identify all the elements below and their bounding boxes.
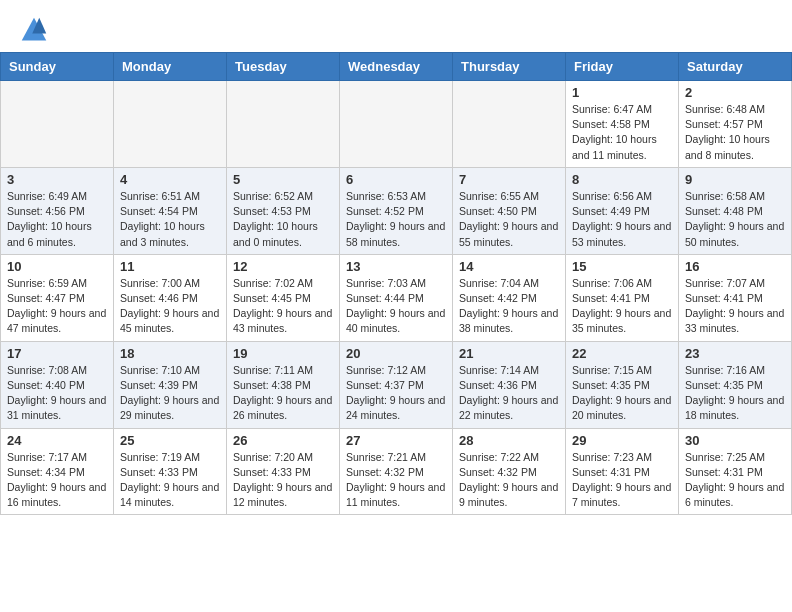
calendar-cell: 30Sunrise: 7:25 AM Sunset: 4:31 PM Dayli… (679, 428, 792, 515)
day-number: 11 (120, 259, 220, 274)
calendar-cell (1, 81, 114, 168)
day-info: Sunrise: 6:53 AM Sunset: 4:52 PM Dayligh… (346, 189, 446, 250)
day-number: 18 (120, 346, 220, 361)
day-number: 8 (572, 172, 672, 187)
calendar-cell: 5Sunrise: 6:52 AM Sunset: 4:53 PM Daylig… (227, 167, 340, 254)
day-number: 4 (120, 172, 220, 187)
day-info: Sunrise: 7:16 AM Sunset: 4:35 PM Dayligh… (685, 363, 785, 424)
day-info: Sunrise: 6:48 AM Sunset: 4:57 PM Dayligh… (685, 102, 785, 163)
day-info: Sunrise: 6:55 AM Sunset: 4:50 PM Dayligh… (459, 189, 559, 250)
page-container: SundayMondayTuesdayWednesdayThursdayFrid… (0, 0, 792, 515)
calendar: SundayMondayTuesdayWednesdayThursdayFrid… (0, 52, 792, 515)
day-number: 23 (685, 346, 785, 361)
day-info: Sunrise: 7:25 AM Sunset: 4:31 PM Dayligh… (685, 450, 785, 511)
day-info: Sunrise: 7:10 AM Sunset: 4:39 PM Dayligh… (120, 363, 220, 424)
day-info: Sunrise: 7:19 AM Sunset: 4:33 PM Dayligh… (120, 450, 220, 511)
calendar-cell: 25Sunrise: 7:19 AM Sunset: 4:33 PM Dayli… (114, 428, 227, 515)
day-number: 21 (459, 346, 559, 361)
week-row-2: 3Sunrise: 6:49 AM Sunset: 4:56 PM Daylig… (1, 167, 792, 254)
day-info: Sunrise: 7:08 AM Sunset: 4:40 PM Dayligh… (7, 363, 107, 424)
day-number: 9 (685, 172, 785, 187)
day-number: 16 (685, 259, 785, 274)
day-info: Sunrise: 7:07 AM Sunset: 4:41 PM Dayligh… (685, 276, 785, 337)
day-number: 25 (120, 433, 220, 448)
calendar-cell: 18Sunrise: 7:10 AM Sunset: 4:39 PM Dayli… (114, 341, 227, 428)
logo (20, 16, 52, 44)
day-info: Sunrise: 7:20 AM Sunset: 4:33 PM Dayligh… (233, 450, 333, 511)
day-number: 7 (459, 172, 559, 187)
calendar-cell: 20Sunrise: 7:12 AM Sunset: 4:37 PM Dayli… (340, 341, 453, 428)
calendar-cell: 24Sunrise: 7:17 AM Sunset: 4:34 PM Dayli… (1, 428, 114, 515)
calendar-cell: 2Sunrise: 6:48 AM Sunset: 4:57 PM Daylig… (679, 81, 792, 168)
day-info: Sunrise: 7:04 AM Sunset: 4:42 PM Dayligh… (459, 276, 559, 337)
day-info: Sunrise: 7:12 AM Sunset: 4:37 PM Dayligh… (346, 363, 446, 424)
header-sunday: Sunday (1, 53, 114, 81)
day-number: 30 (685, 433, 785, 448)
day-info: Sunrise: 7:23 AM Sunset: 4:31 PM Dayligh… (572, 450, 672, 511)
day-number: 22 (572, 346, 672, 361)
header-tuesday: Tuesday (227, 53, 340, 81)
day-number: 13 (346, 259, 446, 274)
day-info: Sunrise: 7:15 AM Sunset: 4:35 PM Dayligh… (572, 363, 672, 424)
calendar-cell: 21Sunrise: 7:14 AM Sunset: 4:36 PM Dayli… (453, 341, 566, 428)
day-info: Sunrise: 6:47 AM Sunset: 4:58 PM Dayligh… (572, 102, 672, 163)
week-row-5: 24Sunrise: 7:17 AM Sunset: 4:34 PM Dayli… (1, 428, 792, 515)
calendar-cell: 13Sunrise: 7:03 AM Sunset: 4:44 PM Dayli… (340, 254, 453, 341)
header-saturday: Saturday (679, 53, 792, 81)
day-number: 1 (572, 85, 672, 100)
calendar-cell: 27Sunrise: 7:21 AM Sunset: 4:32 PM Dayli… (340, 428, 453, 515)
week-row-3: 10Sunrise: 6:59 AM Sunset: 4:47 PM Dayli… (1, 254, 792, 341)
day-number: 20 (346, 346, 446, 361)
day-info: Sunrise: 6:56 AM Sunset: 4:49 PM Dayligh… (572, 189, 672, 250)
calendar-cell: 19Sunrise: 7:11 AM Sunset: 4:38 PM Dayli… (227, 341, 340, 428)
day-info: Sunrise: 7:14 AM Sunset: 4:36 PM Dayligh… (459, 363, 559, 424)
day-number: 26 (233, 433, 333, 448)
day-number: 15 (572, 259, 672, 274)
calendar-cell: 11Sunrise: 7:00 AM Sunset: 4:46 PM Dayli… (114, 254, 227, 341)
calendar-cell: 29Sunrise: 7:23 AM Sunset: 4:31 PM Dayli… (566, 428, 679, 515)
calendar-cell (227, 81, 340, 168)
day-info: Sunrise: 7:00 AM Sunset: 4:46 PM Dayligh… (120, 276, 220, 337)
header-thursday: Thursday (453, 53, 566, 81)
calendar-cell: 10Sunrise: 6:59 AM Sunset: 4:47 PM Dayli… (1, 254, 114, 341)
day-info: Sunrise: 6:59 AM Sunset: 4:47 PM Dayligh… (7, 276, 107, 337)
calendar-cell: 1Sunrise: 6:47 AM Sunset: 4:58 PM Daylig… (566, 81, 679, 168)
calendar-cell: 26Sunrise: 7:20 AM Sunset: 4:33 PM Dayli… (227, 428, 340, 515)
calendar-cell: 23Sunrise: 7:16 AM Sunset: 4:35 PM Dayli… (679, 341, 792, 428)
day-number: 14 (459, 259, 559, 274)
day-number: 28 (459, 433, 559, 448)
calendar-cell: 28Sunrise: 7:22 AM Sunset: 4:32 PM Dayli… (453, 428, 566, 515)
day-number: 10 (7, 259, 107, 274)
day-number: 5 (233, 172, 333, 187)
day-info: Sunrise: 6:52 AM Sunset: 4:53 PM Dayligh… (233, 189, 333, 250)
calendar-cell (114, 81, 227, 168)
day-number: 17 (7, 346, 107, 361)
day-number: 27 (346, 433, 446, 448)
day-info: Sunrise: 7:02 AM Sunset: 4:45 PM Dayligh… (233, 276, 333, 337)
calendar-cell (453, 81, 566, 168)
calendar-cell: 15Sunrise: 7:06 AM Sunset: 4:41 PM Dayli… (566, 254, 679, 341)
day-info: Sunrise: 7:17 AM Sunset: 4:34 PM Dayligh… (7, 450, 107, 511)
day-info: Sunrise: 7:22 AM Sunset: 4:32 PM Dayligh… (459, 450, 559, 511)
calendar-cell: 14Sunrise: 7:04 AM Sunset: 4:42 PM Dayli… (453, 254, 566, 341)
header-wednesday: Wednesday (340, 53, 453, 81)
day-number: 29 (572, 433, 672, 448)
week-row-4: 17Sunrise: 7:08 AM Sunset: 4:40 PM Dayli… (1, 341, 792, 428)
calendar-cell: 22Sunrise: 7:15 AM Sunset: 4:35 PM Dayli… (566, 341, 679, 428)
day-number: 12 (233, 259, 333, 274)
header-friday: Friday (566, 53, 679, 81)
calendar-cell: 12Sunrise: 7:02 AM Sunset: 4:45 PM Dayli… (227, 254, 340, 341)
day-info: Sunrise: 6:58 AM Sunset: 4:48 PM Dayligh… (685, 189, 785, 250)
calendar-cell: 4Sunrise: 6:51 AM Sunset: 4:54 PM Daylig… (114, 167, 227, 254)
calendar-cell: 6Sunrise: 6:53 AM Sunset: 4:52 PM Daylig… (340, 167, 453, 254)
header-monday: Monday (114, 53, 227, 81)
day-number: 19 (233, 346, 333, 361)
calendar-header-row: SundayMondayTuesdayWednesdayThursdayFrid… (1, 53, 792, 81)
day-number: 24 (7, 433, 107, 448)
logo-icon (20, 16, 48, 44)
day-number: 6 (346, 172, 446, 187)
day-info: Sunrise: 6:49 AM Sunset: 4:56 PM Dayligh… (7, 189, 107, 250)
calendar-cell: 3Sunrise: 6:49 AM Sunset: 4:56 PM Daylig… (1, 167, 114, 254)
day-info: Sunrise: 7:11 AM Sunset: 4:38 PM Dayligh… (233, 363, 333, 424)
calendar-cell: 16Sunrise: 7:07 AM Sunset: 4:41 PM Dayli… (679, 254, 792, 341)
